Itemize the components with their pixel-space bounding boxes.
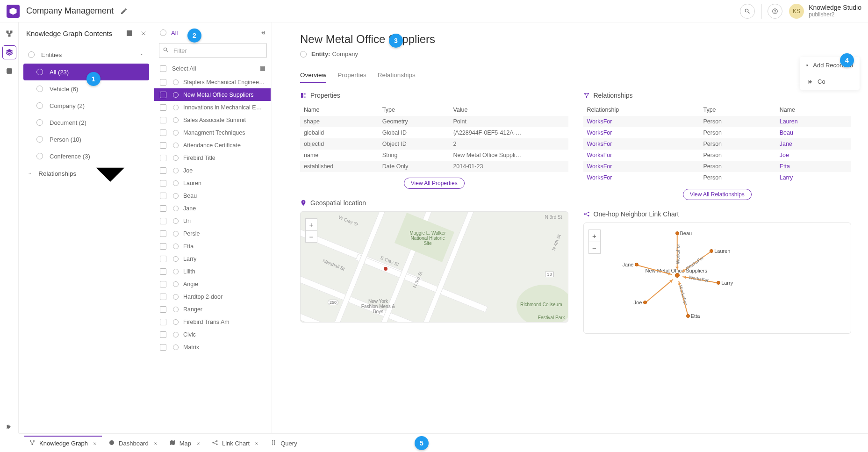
checkbox-icon[interactable] — [160, 155, 166, 161]
record-item[interactable]: Staplers Mechanical Engineering — [154, 76, 271, 88]
collapse-button[interactable]: Co — [800, 73, 860, 90]
record-item[interactable]: Ranger — [154, 303, 271, 316]
record-item[interactable]: Etta — [154, 240, 271, 252]
bottom-tab-dashboard[interactable]: Dashboard — [104, 436, 163, 450]
app-logo — [7, 5, 20, 18]
checkbox-icon[interactable] — [160, 117, 166, 123]
record-item[interactable]: Firebird Title — [154, 151, 271, 164]
checkbox-icon[interactable] — [160, 294, 166, 300]
radio-icon — [173, 244, 179, 249]
checkbox-icon[interactable] — [160, 268, 166, 275]
checkbox-icon[interactable] — [160, 180, 166, 187]
popout-icon[interactable] — [259, 65, 266, 72]
close-icon[interactable] — [196, 441, 201, 446]
link-chart-icon — [583, 211, 590, 217]
bottom-tab-query[interactable]: Query — [265, 436, 301, 450]
rail-data-icon[interactable] — [3, 65, 16, 78]
entities-section[interactable]: Entities — [23, 46, 149, 64]
tab-properties[interactable]: Properties — [337, 68, 366, 83]
view-all-relationships-button[interactable]: View All Relationships — [683, 189, 752, 200]
checkbox-icon[interactable] — [160, 306, 166, 313]
checkbox-icon[interactable] — [160, 256, 166, 262]
rail-expand-icon[interactable] — [3, 420, 16, 433]
record-item[interactable]: Uri — [154, 215, 271, 227]
filter-input[interactable] — [159, 43, 267, 58]
rail-layers-icon[interactable] — [3, 46, 16, 59]
sidebar-item[interactable]: Company (2) — [23, 97, 149, 114]
select-all-row[interactable]: Select All — [154, 62, 272, 76]
record-item[interactable]: Attendance Certificate — [154, 139, 271, 151]
help-button[interactable] — [768, 4, 782, 19]
tab-overview[interactable]: Overview — [300, 68, 326, 83]
edit-icon[interactable] — [120, 7, 128, 15]
icon-rail — [0, 22, 19, 433]
search-button[interactable] — [740, 4, 755, 19]
checkbox-icon[interactable] — [160, 92, 166, 98]
radio-icon — [36, 153, 43, 159]
checkbox-icon[interactable] — [160, 331, 166, 338]
checkbox-icon[interactable] — [160, 129, 166, 136]
map-widget[interactable]: W Clay St E Clay St Marshall St N 3rd St… — [300, 211, 568, 323]
checkbox-icon[interactable] — [160, 79, 166, 86]
record-item[interactable]: Jane — [154, 202, 271, 215]
checkbox-icon[interactable] — [160, 319, 166, 325]
radio-icon — [173, 281, 179, 287]
bottom-tab-knowledge-graph[interactable]: Knowledge Graph — [24, 436, 102, 450]
record-item[interactable]: Innovations in Mechanical Engin… — [154, 101, 271, 114]
checkbox-icon[interactable] — [160, 281, 166, 287]
checkbox-icon[interactable] — [160, 142, 166, 149]
svg-point-20 — [213, 442, 214, 443]
view-all-properties-button[interactable]: View All Properties — [404, 178, 465, 189]
checkbox-icon[interactable] — [160, 65, 166, 72]
record-item[interactable]: Hardtop 2-door — [154, 290, 271, 303]
svg-point-13 — [588, 212, 588, 213]
bottom-tab-link-chart[interactable]: Link Chart — [207, 436, 264, 450]
record-item[interactable]: Joe — [154, 164, 271, 177]
record-item[interactable]: Persie — [154, 227, 271, 240]
properties-title: Properties — [310, 92, 340, 99]
sidebar-item[interactable]: Vehicle (6) — [23, 80, 149, 97]
zoom-in-button[interactable]: + — [588, 230, 601, 242]
zoom-in-button[interactable]: + — [305, 218, 317, 230]
link-chart-widget[interactable]: + − New Metal Office SuppliersBeauWorksF… — [583, 222, 852, 334]
checkbox-icon[interactable] — [160, 218, 166, 224]
chevron-up-icon — [139, 52, 144, 57]
radio-icon — [36, 119, 43, 126]
record-item[interactable]: Lilith — [154, 265, 271, 278]
checkbox-icon[interactable] — [160, 104, 166, 111]
bottom-tab-map[interactable]: Map — [165, 436, 205, 450]
record-item[interactable]: Larry — [154, 252, 271, 265]
collapse-left-icon[interactable] — [259, 29, 266, 36]
radio-icon — [173, 319, 179, 325]
close-panel-icon[interactable] — [140, 29, 147, 37]
checkbox-icon[interactable] — [160, 205, 166, 212]
checkbox-icon[interactable] — [160, 193, 166, 199]
record-item[interactable]: Angie — [154, 278, 271, 290]
record-item[interactable]: Lauren — [154, 177, 271, 189]
record-item[interactable]: New Metal Office Suppliers — [154, 88, 271, 101]
rail-model-icon[interactable] — [3, 27, 16, 40]
record-item[interactable]: Sales Associate Summit — [154, 114, 271, 126]
checkbox-icon[interactable] — [160, 344, 166, 351]
record-item[interactable]: Matrix — [154, 341, 271, 353]
close-icon[interactable] — [93, 441, 97, 446]
new-window-icon[interactable] — [126, 29, 133, 37]
tab-relationships[interactable]: Relationships — [378, 68, 416, 83]
callout-3: 3 — [389, 34, 403, 48]
close-icon[interactable] — [153, 441, 158, 446]
close-icon[interactable] — [254, 441, 259, 446]
user-block[interactable]: Knowledge Studio publisher2 — [809, 4, 861, 18]
sidebar-item[interactable]: Document (2) — [23, 114, 149, 131]
callout-4: 4 — [840, 53, 854, 67]
record-item[interactable]: Civic — [154, 328, 271, 341]
checkbox-icon[interactable] — [160, 243, 166, 250]
record-item[interactable]: Managment Techniques — [154, 126, 271, 139]
checkbox-icon[interactable] — [160, 230, 166, 237]
avatar[interactable]: KS — [789, 4, 804, 19]
checkbox-icon[interactable] — [160, 167, 166, 174]
record-item[interactable]: Firebird Trans Am — [154, 316, 271, 328]
relationships-section[interactable]: Relationships — [23, 165, 149, 182]
zoom-out-button[interactable]: − — [588, 242, 601, 254]
zoom-out-button[interactable]: − — [305, 230, 317, 243]
record-item[interactable]: Beau — [154, 189, 271, 202]
